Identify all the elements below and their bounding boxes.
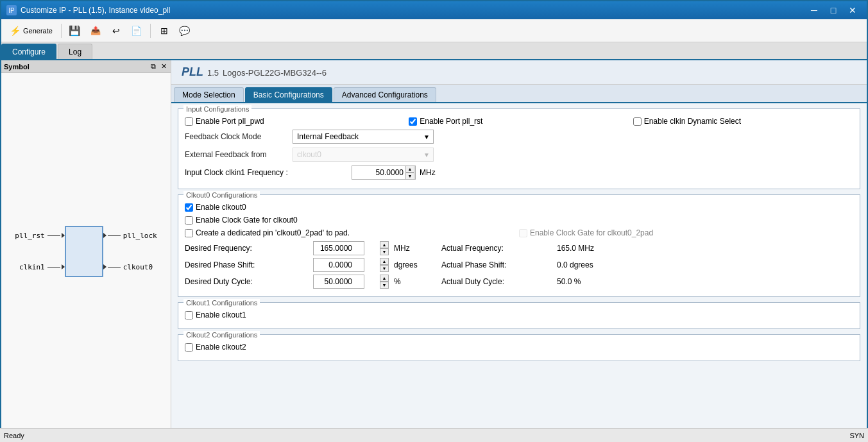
main-layout: Symbol ⧉ ✕ pll_rst clkin1: [1, 60, 867, 429]
right-ports: pll_lock clkout0: [103, 232, 157, 271]
pll-header: PLL 1.5 Logos-PGL22G-MBG324--6: [171, 60, 867, 85]
desired-phase-down[interactable]: ▼: [380, 265, 389, 272]
desired-freq-wrapper[interactable]: ▲ ▼: [313, 241, 390, 255]
enable-clock-gate-checkbox[interactable]: [185, 216, 193, 225]
input-config-legend: Input Configurations: [183, 105, 251, 113]
input-clock-freq-spinners[interactable]: ▲ ▼: [405, 166, 414, 180]
enable-pll-pwd-text: Enable Port pll_pwd: [196, 117, 264, 126]
dedicated-pin-checkbox[interactable]: [185, 229, 193, 237]
enable-clkout1-label[interactable]: Enable clkout1: [185, 310, 246, 319]
save-icon: 💾: [69, 25, 81, 37]
panel-close-button[interactable]: ✕: [159, 62, 168, 71]
status-bar: Ready SYN: [0, 428, 868, 442]
clkout2-legend: Clkout2 Configurations: [183, 331, 260, 339]
feedback-clock-dropdown[interactable]: Internal Feedback External Feedback: [293, 130, 434, 144]
symbol-panel-title: Symbol: [4, 63, 30, 71]
pll-rst-label: pll_rst: [15, 232, 44, 240]
desired-duty-input[interactable]: [313, 275, 364, 289]
comment-icon: 💬: [179, 26, 190, 36]
minimize-button[interactable]: ─: [805, 4, 823, 17]
document-button[interactable]: 📄: [127, 22, 146, 40]
tab-mode-selection[interactable]: Mode Selection: [174, 87, 244, 102]
enable-clock-gate-2pad-label: Enable Clock Gate for clkout0_2pad: [519, 228, 853, 237]
left-panel: Symbol ⧉ ✕ pll_rst clkin1: [1, 60, 171, 429]
actual-phase-value: 0.0 dgrees: [557, 260, 853, 269]
desired-freq-unit: MHz: [394, 244, 429, 253]
external-feedback-row: External Feedback from clkout0 ▼: [185, 148, 853, 162]
status-text: Ready: [4, 432, 24, 439]
desired-freq-input[interactable]: [313, 241, 364, 255]
enable-pll-rst-text: Enable Port pll_rst: [420, 117, 482, 126]
desired-freq-up[interactable]: ▲: [380, 241, 389, 248]
panel-float-button[interactable]: ⧉: [149, 62, 158, 71]
enable-clkout0-label[interactable]: Enable clkout0: [185, 203, 246, 212]
enable-pll-rst-checkbox[interactable]: [409, 117, 417, 126]
enable-clkout0-checkbox[interactable]: [185, 203, 193, 212]
panel-actions[interactable]: ⧉ ✕: [149, 62, 168, 71]
desired-duty-spinners[interactable]: ▲ ▼: [380, 275, 389, 289]
right-panel: PLL 1.5 Logos-PGL22G-MBG324--6 Mode Sele…: [171, 60, 867, 429]
desired-phase-wrapper[interactable]: ▲ ▼: [313, 258, 390, 272]
desired-phase-up[interactable]: ▲: [380, 258, 389, 265]
close-button[interactable]: ✕: [844, 4, 862, 17]
tab-basic-configurations[interactable]: Basic Configurations: [245, 87, 332, 102]
port-row-clkin1: clkin1: [19, 263, 65, 271]
config-content: Input Configurations Enable Port pll_pwd…: [171, 103, 867, 371]
desired-duty-wrapper[interactable]: ▲ ▼: [313, 275, 390, 289]
input-clock-freq-down[interactable]: ▼: [405, 173, 414, 180]
input-clock-freq-row: Input Clock clkin1 Frequency : ▲ ▼ MHz: [185, 166, 853, 180]
maximize-button[interactable]: □: [824, 4, 842, 17]
desired-duty-down[interactable]: ▼: [380, 282, 389, 289]
desired-freq-spinners[interactable]: ▲ ▼: [380, 241, 389, 255]
pll-lock-label: pll_lock: [123, 232, 157, 240]
input-config-body: Enable Port pll_pwd Enable Port pll_rst …: [178, 109, 860, 189]
save-button[interactable]: 💾: [65, 22, 85, 40]
export-button[interactable]: 📤: [86, 22, 105, 40]
title-controls[interactable]: ─ □ ✕: [805, 4, 862, 17]
enable-clock-gate-label[interactable]: Enable Clock Gate for clkout0: [185, 216, 298, 225]
desired-phase-input[interactable]: [313, 258, 364, 272]
enable-pll-pwd-checkbox[interactable]: [185, 117, 193, 126]
clkin1-label: clkin1: [19, 263, 45, 271]
actual-freq-label: Actual Frequency:: [441, 244, 557, 253]
external-feedback-label: External Feedback from: [185, 150, 287, 159]
comment-button[interactable]: 💬: [175, 22, 194, 40]
clkout1-config-body: Enable clkout1: [178, 303, 860, 328]
pll-version: 1.5: [207, 68, 219, 78]
enable-clkout1-row: Enable clkout1: [185, 310, 853, 319]
desired-freq-down[interactable]: ▼: [380, 248, 389, 255]
toolbar: ⚡ Generate 💾 📤 ↩ 📄 ⊞ 💬: [1, 19, 867, 42]
document-icon: 📄: [131, 26, 142, 36]
grid-button[interactable]: ⊞: [155, 22, 174, 40]
input-clock-freq-up[interactable]: ▲: [405, 166, 414, 173]
pll-rst-line: [47, 235, 60, 236]
generate-button[interactable]: ⚡ Generate: [5, 22, 57, 40]
port-row-clkout0: clkout0: [103, 263, 153, 271]
feedback-clock-dropdown-wrapper[interactable]: Internal Feedback External Feedback ▼: [293, 130, 434, 144]
generate-icon: ⚡: [10, 26, 21, 36]
desired-duty-up[interactable]: ▲: [380, 275, 389, 282]
enable-clkout0-text: Enable clkout0: [196, 203, 246, 212]
desired-freq-label: Desired Frequency:: [185, 244, 313, 253]
desired-phase-spinners[interactable]: ▲ ▼: [380, 258, 389, 272]
clkout1-configurations-section: Clkout1 Configurations Enable clkout1: [178, 302, 860, 329]
tab-log[interactable]: Log: [58, 44, 92, 59]
tab-configure[interactable]: Configure: [1, 44, 56, 59]
enable-pll-rst-label[interactable]: Enable Port pll_rst: [409, 117, 629, 126]
external-feedback-dropdown: clkout0: [293, 148, 434, 162]
clkout0-configurations-section: Clkout0 Configurations Enable clkout0: [178, 194, 860, 297]
enable-clkin-dynamic-label[interactable]: Enable clkin Dynamic Select: [633, 117, 853, 126]
enable-pll-pwd-label[interactable]: Enable Port pll_pwd: [185, 117, 405, 126]
clkout0-label: clkout0: [123, 263, 153, 271]
tab-advanced-configurations[interactable]: Advanced Configurations: [334, 87, 436, 102]
input-clock-freq-wrapper[interactable]: ▲ ▼: [352, 166, 416, 180]
clkout0-arrow: [103, 264, 106, 269]
dedicated-pin-label[interactable]: Create a dedicated pin 'clkout0_2pad' to…: [185, 228, 519, 237]
enable-clkout0-row: Enable clkout0: [185, 203, 853, 212]
enable-clkout1-checkbox[interactable]: [185, 311, 193, 319]
enable-clkout2-checkbox[interactable]: [185, 343, 193, 352]
undo-button[interactable]: ↩: [106, 22, 126, 40]
enable-clkout1-text: Enable clkout1: [196, 310, 246, 319]
enable-clkin-dynamic-checkbox[interactable]: [633, 117, 642, 126]
enable-clkout2-label[interactable]: Enable clkout2: [185, 343, 246, 352]
